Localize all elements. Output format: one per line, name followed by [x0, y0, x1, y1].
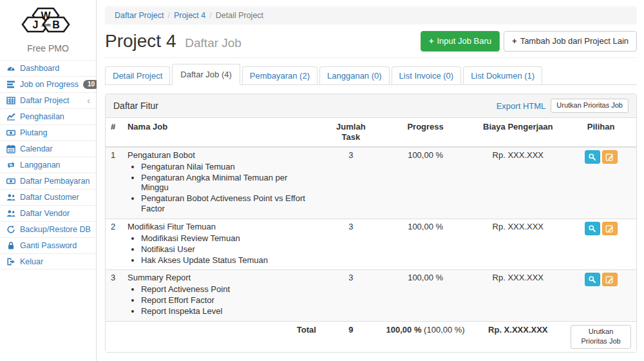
subtask-item: Pengaturan Bobot Activeness Point vs Eff…	[141, 193, 316, 214]
job-name-cell: Modifikasi Fitur Temuan Modifikasi Revie…	[122, 219, 321, 269]
job-name-cell: Summary Report Report Activeness Point R…	[122, 270, 321, 321]
page-subtitle: Daftar Job	[185, 36, 242, 50]
tab-pembayaran[interactable]: Pembayaran (2)	[242, 66, 317, 84]
sidebar-item-daftar-project[interactable]: Daftar Project ‹	[0, 92, 96, 108]
daftar-fitur-table: # Nama Job Jumlah Task Progress Biaya Pe…	[106, 118, 636, 352]
edit-job-button[interactable]	[602, 222, 618, 235]
tab-detail-project[interactable]: Detail Project	[105, 66, 170, 84]
col-biaya-pengerjaan: Biaya Pengerjaan	[470, 118, 565, 147]
subtask-item: Modifikasi Review Temuan	[141, 233, 316, 244]
edit-icon	[605, 275, 614, 284]
page-header: Project 4 Daftar Job + Input Job Baru + …	[105, 31, 637, 58]
row-actions	[565, 219, 636, 269]
progress-value: 100,00 %	[381, 270, 471, 321]
job-name: Summary Report	[128, 273, 316, 283]
sidebar-item-backup-restore-db[interactable]: Backup/Restore DB	[0, 221, 96, 237]
export-html-link[interactable]: Export HTML	[497, 101, 546, 111]
table-total-row: Total 9 100,00 % (100,00 %) Rp. X.XXX.XX…	[106, 321, 636, 352]
urutkan-prioritas-job-button[interactable]: Urutkan Prioritas Job	[571, 325, 631, 349]
view-job-button[interactable]	[585, 150, 600, 164]
sidebar-item-langganan[interactable]: Langganan	[0, 157, 96, 173]
page-title-text: Project 4	[105, 31, 176, 51]
row-no: 1	[106, 147, 122, 219]
total-label: Total	[122, 321, 321, 352]
edit-icon	[605, 153, 614, 161]
sidebar-item-daftar-customer[interactable]: Daftar Customer	[0, 189, 96, 205]
view-job-button[interactable]	[585, 273, 600, 286]
svg-text:B: B	[52, 19, 60, 30]
urutkan-prioritas-job-button[interactable]: Urutkan Prioritas Job	[551, 99, 629, 113]
refresh-icon	[6, 225, 15, 234]
tambah-job-dari-project-lain-button[interactable]: + Tambah Job dari Project Lain	[504, 31, 637, 52]
breadcrumb-separator: /	[205, 11, 215, 20]
view-job-button[interactable]	[585, 222, 600, 235]
sidebar-item-daftar-vendor[interactable]: Daftar Vendor	[0, 205, 96, 221]
input-job-baru-button[interactable]: + Input Job Baru	[421, 31, 500, 52]
tab-list-dokumen[interactable]: List Dokumen (1)	[463, 66, 542, 84]
row-no: 2	[106, 219, 122, 269]
table-header-row: # Nama Job Jumlah Task Progress Biaya Pe…	[106, 118, 636, 147]
money-icon	[6, 177, 15, 186]
tab-list-invoice[interactable]: List Invoice (0)	[392, 66, 462, 84]
table-icon	[6, 96, 15, 105]
subtask-item: Pengaturan Nilai Temuan	[141, 162, 316, 172]
sidebar-item-keluar[interactable]: Keluar	[0, 253, 96, 269]
project-tabs: Detail Project Daftar Job (4) Pembayaran…	[105, 64, 637, 85]
brand-name: Free PMO	[0, 42, 96, 60]
subtask-item: Report Inspekta Level	[141, 306, 316, 317]
sidebar-item-ganti-password[interactable]: Ganti Password	[0, 237, 96, 253]
progress-value: 100,00 %	[381, 219, 471, 269]
col-progress: Progress	[381, 118, 471, 147]
svg-text:W: W	[41, 10, 51, 21]
breadcrumb: Daftar Project/Project 4/Detail Project	[105, 6, 637, 24]
total-progress: 100,00 % (100,00 %)	[381, 321, 471, 352]
table-row: 3 Summary Report Report Activeness Point…	[106, 270, 636, 321]
biaya-value: Rp. XXX.XXX	[470, 219, 565, 269]
breadcrumb-project-4[interactable]: Project 4	[174, 11, 205, 20]
edit-job-button[interactable]	[602, 150, 618, 164]
sidebar-item-daftar-pembayaran[interactable]: Daftar Pembayaran	[0, 173, 96, 189]
search-icon	[588, 224, 596, 233]
row-no: 3	[106, 270, 122, 321]
chevron-left-icon: ‹	[87, 96, 92, 105]
dashboard-icon	[6, 64, 15, 73]
tab-daftar-job[interactable]: Daftar Job (4)	[172, 64, 240, 85]
tab-langganan[interactable]: Langganan (0)	[319, 66, 390, 84]
job-name: Modifikasi Fitur Temuan	[128, 222, 316, 232]
sign-out-icon	[6, 257, 15, 266]
sidebar-item-job-on-progress[interactable]: Job on Progress 10	[0, 76, 96, 92]
subtask-item: Pengaturan Angka Minimal Temuan per Ming…	[141, 173, 316, 193]
retweet-icon	[6, 161, 15, 170]
table-row: 1 Pengaturan Bobot Pengaturan Nilai Temu…	[106, 147, 636, 219]
main-content: Daftar Project/Project 4/Detail Project …	[97, 0, 644, 361]
breadcrumb-current: Detail Project	[216, 11, 263, 20]
subtask-item: Report Activeness Point	[141, 284, 316, 295]
sidebar: W J B .com Free PMO Dashboard Job on Pro…	[0, 0, 97, 361]
edit-job-button[interactable]	[602, 273, 618, 286]
subtask-item: Notifikasi User	[141, 244, 316, 255]
lock-icon	[6, 241, 15, 250]
line-chart-icon	[6, 112, 15, 121]
total-tasks: 9	[321, 321, 381, 352]
users-icon	[6, 193, 15, 202]
jwb-logo: W J B .com	[0, 0, 96, 42]
svg-text:J: J	[32, 19, 38, 30]
sidebar-item-penghasilan[interactable]: Penghasilan	[0, 108, 96, 124]
biaya-value: Rp. XXX.XXX	[470, 147, 565, 219]
daftar-fitur-heading: Daftar Fitur Export HTML Urutkan Priorit…	[106, 94, 636, 118]
col-jumlah-task: Jumlah Task	[321, 118, 381, 147]
breadcrumb-separator: /	[164, 11, 173, 20]
sidebar-item-dashboard[interactable]: Dashboard	[0, 60, 96, 76]
sidebar-item-piutang[interactable]: Piutang	[0, 124, 96, 141]
sidebar-item-calendar[interactable]: Calendar	[0, 141, 96, 157]
page-title: Project 4 Daftar Job	[105, 32, 242, 52]
progress-value: 100,00 %	[381, 147, 471, 219]
table-row: 2 Modifikasi Fitur Temuan Modifikasi Rev…	[106, 219, 636, 269]
row-actions	[565, 147, 636, 219]
breadcrumb-daftar-project[interactable]: Daftar Project	[115, 11, 164, 20]
edit-icon	[605, 224, 614, 233]
panel-title: Daftar Fitur	[113, 101, 158, 111]
jwb-logo-icon: W J B .com	[17, 5, 79, 39]
col-no: #	[106, 118, 122, 147]
search-icon	[588, 275, 596, 284]
